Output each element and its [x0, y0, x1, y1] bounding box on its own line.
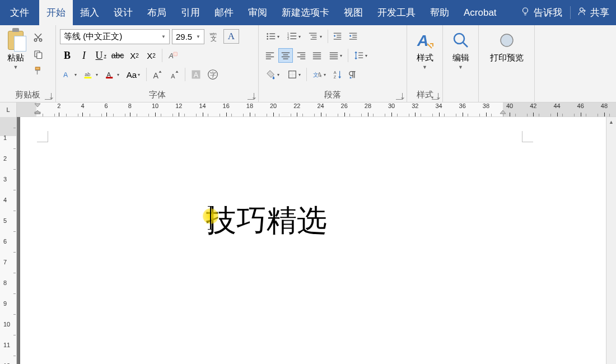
document-viewport[interactable]: 技巧精选 ▲	[17, 117, 616, 364]
svg-point-3	[39, 39, 42, 41]
svg-point-2	[34, 39, 37, 41]
tab-layout[interactable]: 布局	[140, 0, 174, 25]
svg-text:A: A	[63, 71, 68, 79]
bullets-button[interactable]: ▾	[263, 29, 283, 44]
strikethrough-button[interactable]: abc	[110, 48, 125, 63]
tab-home[interactable]: 开始	[39, 0, 73, 25]
clear-formatting-button[interactable]: A	[166, 48, 180, 63]
editing-label: 编辑	[452, 53, 469, 63]
format-painter-button[interactable]	[32, 65, 44, 77]
svg-rect-53	[283, 58, 288, 59]
enclose-characters-button[interactable]: 字	[206, 67, 220, 82]
svg-rect-36	[312, 37, 316, 38]
tab-view[interactable]: 视图	[337, 0, 370, 25]
text-effects-button[interactable]: A▾	[60, 67, 79, 82]
svg-rect-48	[266, 57, 274, 57]
character-shading-button[interactable]: A	[189, 67, 203, 82]
svg-point-78	[501, 34, 513, 46]
paragraph-launcher-icon[interactable]	[396, 93, 403, 100]
svg-rect-37	[311, 39, 317, 40]
svg-rect-5	[37, 53, 42, 59]
vertical-ruler[interactable]: 123456789101112	[0, 117, 17, 364]
tab-review[interactable]: 审阅	[241, 0, 274, 25]
styles-label: 样式	[417, 53, 433, 63]
styles-button[interactable]: A 样式 ▼	[410, 27, 440, 88]
font-color-button[interactable]: A▾	[102, 67, 122, 82]
sort-button[interactable]: AZ	[330, 67, 345, 82]
tab-file[interactable]: 文件	[0, 0, 39, 25]
editing-button[interactable]: 编辑 ▼	[446, 27, 475, 88]
paste-button[interactable]: 粘贴 ▼	[3, 27, 29, 88]
tab-mailings[interactable]: 邮件	[207, 0, 241, 25]
scroll-up-icon[interactable]: ▲	[606, 117, 616, 127]
show-marks-button[interactable]	[346, 67, 361, 82]
horizontal-ruler[interactable]: 2468101214161820222426283032343638404244…	[17, 102, 616, 117]
tab-devtools[interactable]: 开发工具	[370, 0, 423, 25]
document-page: 技巧精选	[20, 117, 615, 364]
align-justify-button[interactable]	[310, 48, 324, 63]
grow-font-button[interactable]: A	[150, 67, 165, 82]
indent-marker-left-icon[interactable]	[34, 102, 39, 108]
styles-group-label: 样式	[410, 88, 440, 101]
underline-button[interactable]: U▾	[94, 48, 108, 63]
line-spacing-button[interactable]: ▾	[351, 48, 371, 63]
indent-marker-right-icon[interactable]	[499, 102, 505, 108]
tab-acrobat[interactable]: Acrobat	[456, 0, 504, 25]
subscript-button[interactable]: X2	[127, 48, 142, 63]
font-size-value: 29.5	[176, 32, 192, 41]
phonetic-guide-button[interactable]: wén文	[207, 29, 221, 44]
numbering-button[interactable]: 123▾	[284, 29, 304, 44]
margin-corner-tr	[522, 131, 533, 142]
copy-button[interactable]	[32, 48, 44, 60]
font-size-combobox[interactable]: 29.5 ▼	[172, 29, 204, 44]
asian-layout-button[interactable]: 文A▾	[309, 67, 329, 82]
tab-help[interactable]: 帮助	[423, 0, 456, 25]
character-border-button[interactable]: A	[223, 29, 239, 44]
ruler-corner: L	[0, 102, 17, 117]
tab-insert[interactable]: 插入	[73, 0, 106, 25]
svg-rect-61	[313, 58, 321, 59]
share-button[interactable]: 共享	[570, 6, 616, 19]
bold-button[interactable]: B	[60, 48, 74, 63]
group-paragraph: ▾ 123▾ ▾ ▾ ▾ ▾ ▾	[259, 25, 407, 102]
italic-button[interactable]: I	[77, 48, 91, 63]
superscript-button[interactable]: X2	[144, 48, 158, 63]
person-share-icon	[577, 6, 587, 19]
distributed-button[interactable]: ▾	[325, 48, 346, 63]
decrease-indent-button[interactable]	[330, 29, 345, 44]
multilevel-list-button[interactable]: ▾	[305, 29, 325, 44]
find-icon	[451, 30, 471, 50]
svg-rect-35	[311, 35, 317, 35]
tab-new[interactable]: 新建选项卡	[274, 0, 337, 25]
paragraph-group-label: 段落	[262, 88, 404, 101]
share-label: 共享	[590, 6, 609, 19]
tell-me-box[interactable]: 告诉我	[512, 6, 570, 19]
align-center-button[interactable]	[278, 48, 293, 63]
svg-rect-25	[269, 36, 275, 36]
cut-button[interactable]	[32, 31, 44, 44]
ruler-area: L 24681012141618202224262830323436384042…	[0, 102, 616, 117]
svg-rect-45	[349, 39, 357, 40]
align-right-button[interactable]	[294, 48, 309, 63]
svg-rect-67	[358, 55, 363, 55]
shading-button[interactable]: ▾	[263, 67, 283, 82]
change-case-button[interactable]: Aa▾	[124, 67, 143, 82]
align-left-button[interactable]	[263, 48, 277, 63]
svg-rect-65	[330, 58, 338, 59]
highlight-button[interactable]: ab▾	[81, 67, 100, 82]
tab-references[interactable]: 引用	[174, 0, 207, 25]
svg-text:文: 文	[211, 35, 217, 42]
styles-launcher-icon[interactable]	[432, 93, 438, 100]
print-preview-button[interactable]: 打印预览	[482, 27, 531, 88]
borders-button[interactable]: ▾	[284, 67, 304, 82]
clipboard-launcher-icon[interactable]	[45, 93, 52, 100]
svg-rect-50	[282, 53, 290, 53]
font-launcher-icon[interactable]	[248, 93, 254, 100]
vertical-scrollbar[interactable]: ▲	[606, 117, 616, 364]
paste-dropdown-icon[interactable]: ▼	[13, 64, 18, 70]
tab-design[interactable]: 设计	[106, 0, 140, 25]
document-text[interactable]: 技巧精选	[206, 200, 327, 241]
font-name-combobox[interactable]: 等线 (中文正文) ▼	[60, 29, 170, 44]
increase-indent-button[interactable]	[346, 29, 361, 44]
shrink-font-button[interactable]: A	[167, 67, 181, 82]
